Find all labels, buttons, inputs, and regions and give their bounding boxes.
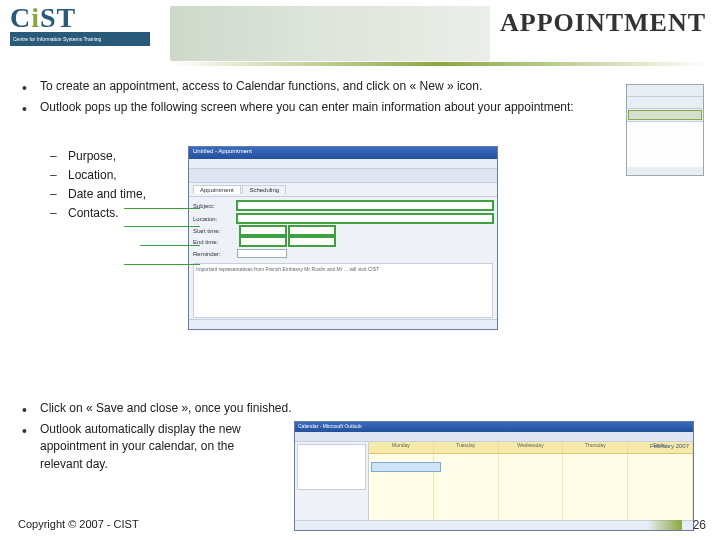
cal-grid: February 2007 Monday Tuesday Wednesday T…: [369, 442, 693, 522]
field-subject: Subject:: [193, 200, 493, 211]
bullet-4: Outlook automatically display the new ap…: [18, 421, 702, 531]
field-start-time: Start time:: [193, 226, 493, 235]
outlook-calendar-screenshot: Calendar - Microsoft Outlook February 20…: [294, 421, 694, 531]
slide-header: CiST Centre for Information Systems Trai…: [0, 0, 720, 70]
day-col: Tuesday: [434, 442, 499, 453]
field-location: Location:: [193, 213, 493, 224]
outlook-appointment-screenshot: Untitled - Appointment Appointment Sched…: [188, 146, 498, 330]
field-end-time: End time:: [193, 237, 493, 246]
connector-line: [124, 226, 200, 227]
form-body: Important representatives from French Em…: [193, 263, 493, 318]
cal-titlebar: Calendar - Microsoft Outlook: [295, 422, 693, 432]
slide-title: APPOINTMENT: [500, 8, 706, 38]
bullet-list-2: Click on « Save and close », once you fi…: [18, 400, 702, 531]
form-tabs: Appointment Scheduling: [189, 183, 497, 197]
bullet-2: Outlook pops up the following screen whe…: [18, 99, 702, 116]
calendar-appointment-block: [371, 462, 441, 472]
logo-text: CiST: [10, 2, 165, 34]
tab-scheduling: Scheduling: [242, 185, 286, 194]
cist-logo: CiST Centre for Information Systems Trai…: [10, 2, 165, 62]
bullet-3: Click on « Save and close », once you fi…: [18, 400, 702, 417]
form-statusbar: [189, 319, 497, 329]
field-reminder: Reminder:: [193, 248, 493, 259]
connector-line: [124, 264, 200, 265]
cal-sidebar: [295, 442, 369, 522]
cal-month-label: February 2007: [650, 442, 689, 451]
copyright-footer: Copyright © 2007 - CIST: [18, 518, 139, 530]
page-number: 26: [693, 518, 706, 532]
banner-photo: [170, 6, 490, 61]
tab-appointment: Appointment: [193, 185, 241, 194]
day-col: Wednesday: [499, 442, 564, 453]
form-menubar: [189, 159, 497, 169]
day-col: Monday: [369, 442, 434, 453]
form-titlebar: Untitled - Appointment: [189, 147, 497, 159]
bullet-1: To create an appointment, access to Cale…: [18, 78, 702, 95]
footer-accent: [648, 520, 682, 530]
bullet-4-text: Outlook automatically display the new ap…: [40, 421, 280, 473]
connector-line: [124, 208, 200, 209]
form-toolbar: [189, 169, 497, 183]
connector-line: [140, 245, 200, 246]
bullet-list: To create an appointment, access to Cale…: [18, 78, 702, 117]
mini-calendar: [297, 444, 366, 490]
cal-statusbar: [295, 520, 693, 530]
logo-bar: Centre for Information Systems Training: [10, 32, 150, 46]
day-col: Thursday: [563, 442, 628, 453]
header-underline: [170, 62, 710, 66]
cal-toolbar: [295, 432, 693, 442]
